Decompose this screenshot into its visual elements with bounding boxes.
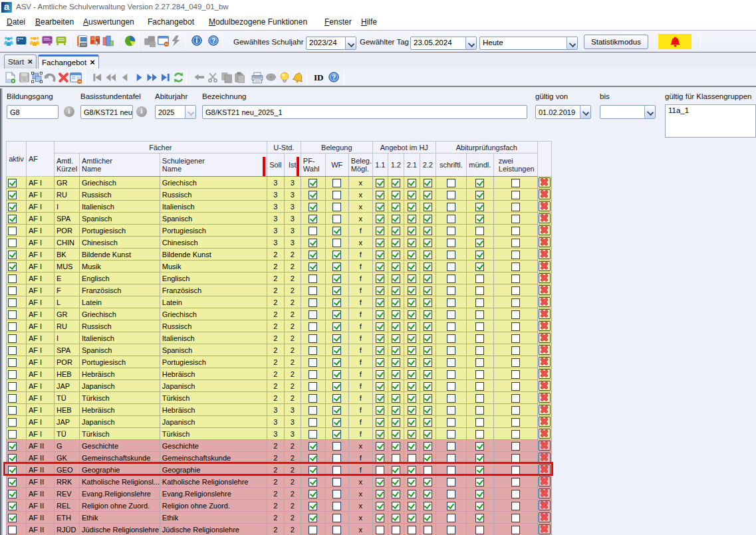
svg-text:?: ? xyxy=(332,74,336,81)
svg-text:?: ? xyxy=(211,37,215,45)
